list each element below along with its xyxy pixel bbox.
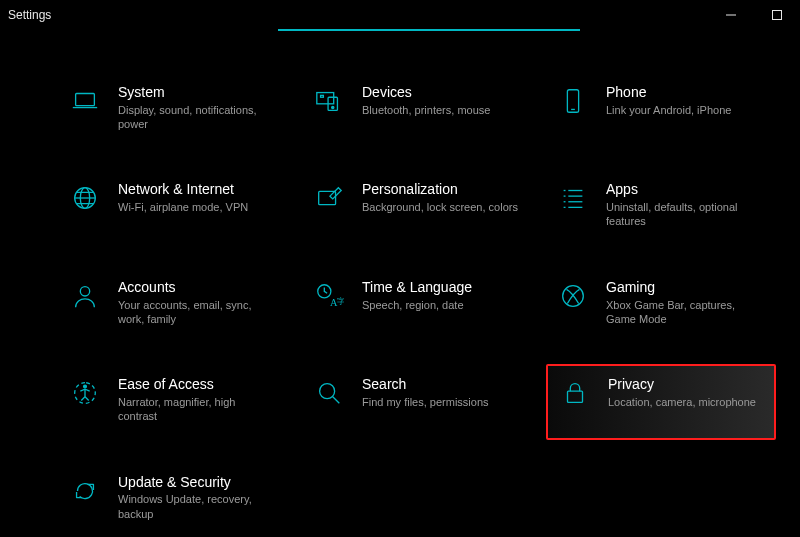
minimize-button[interactable]	[708, 0, 754, 30]
category-accounts[interactable]: Accounts Your accounts, email, sync, wor…	[62, 273, 284, 334]
category-system[interactable]: System Display, sound, notifications, po…	[62, 78, 284, 139]
devices-icon	[312, 84, 346, 118]
category-desc: Your accounts, email, sync, work, family	[118, 298, 276, 327]
category-desc: Wi-Fi, airplane mode, VPN	[118, 200, 248, 214]
category-text: Update & Security Windows Update, recove…	[118, 474, 276, 521]
category-text: Phone Link your Android, iPhone	[606, 84, 731, 117]
category-search[interactable]: Search Find my files, permissions	[306, 370, 528, 431]
minimize-icon	[726, 10, 736, 20]
ease-icon	[68, 376, 102, 410]
category-text: Search Find my files, permissions	[362, 376, 489, 409]
category-desc: Display, sound, notifications, power	[118, 103, 276, 132]
category-desc: Location, camera, microphone	[608, 395, 756, 409]
category-title: Gaming	[606, 279, 764, 296]
category-ease-of-access[interactable]: Ease of Access Narrator, magnifier, high…	[62, 370, 284, 431]
person-icon	[68, 279, 102, 313]
window-title: Settings	[8, 8, 51, 22]
svg-point-20	[80, 286, 89, 295]
paint-icon	[312, 181, 346, 215]
title-bar: Settings	[0, 0, 800, 30]
category-apps[interactable]: Apps Uninstall, defaults, optional featu…	[550, 175, 772, 236]
svg-rect-0	[773, 11, 782, 20]
svg-rect-5	[321, 95, 324, 97]
category-text: Personalization Background, lock screen,…	[362, 181, 518, 214]
category-title: Ease of Access	[118, 376, 276, 393]
category-text: Time & Language Speech, region, date	[362, 279, 472, 312]
laptop-icon	[68, 84, 102, 118]
category-text: System Display, sound, notifications, po…	[118, 84, 276, 131]
category-title: Update & Security	[118, 474, 276, 491]
svg-point-26	[320, 384, 335, 399]
category-desc: Speech, region, date	[362, 298, 472, 312]
category-title: Search	[362, 376, 489, 393]
window-controls	[708, 0, 800, 30]
category-text: Apps Uninstall, defaults, optional featu…	[606, 181, 764, 228]
category-personalization[interactable]: Personalization Background, lock screen,…	[306, 175, 528, 236]
category-text: Ease of Access Narrator, magnifier, high…	[118, 376, 276, 423]
category-phone[interactable]: Phone Link your Android, iPhone	[550, 78, 772, 139]
category-title: System	[118, 84, 276, 101]
category-title: Personalization	[362, 181, 518, 198]
category-text: Gaming Xbox Game Bar, captures, Game Mod…	[606, 279, 764, 326]
category-desc: Narrator, magnifier, high contrast	[118, 395, 276, 424]
category-network[interactable]: Network & Internet Wi-Fi, airplane mode,…	[62, 175, 284, 236]
category-gaming[interactable]: Gaming Xbox Game Bar, captures, Game Mod…	[550, 273, 772, 334]
category-title: Accounts	[118, 279, 276, 296]
xbox-icon	[556, 279, 590, 313]
category-title: Time & Language	[362, 279, 472, 296]
globe-icon	[68, 181, 102, 215]
maximize-button[interactable]	[754, 0, 800, 30]
category-text: Accounts Your accounts, email, sync, wor…	[118, 279, 276, 326]
settings-categories: System Display, sound, notifications, po…	[62, 78, 782, 529]
category-title: Apps	[606, 181, 764, 198]
category-desc: Xbox Game Bar, captures, Game Mode	[606, 298, 764, 327]
category-title: Network & Internet	[118, 181, 248, 198]
category-desc: Bluetooth, printers, mouse	[362, 103, 490, 117]
phone-icon	[556, 84, 590, 118]
maximize-icon	[772, 10, 782, 20]
time-lang-icon: A字	[312, 279, 346, 313]
apps-icon	[556, 181, 590, 215]
lock-icon	[558, 376, 592, 410]
category-desc: Uninstall, defaults, optional features	[606, 200, 764, 229]
category-title: Phone	[606, 84, 731, 101]
search-input-underline[interactable]	[278, 29, 580, 31]
svg-point-4	[332, 106, 334, 108]
category-text: Devices Bluetooth, printers, mouse	[362, 84, 490, 117]
category-title: Privacy	[608, 376, 756, 393]
svg-rect-2	[317, 93, 334, 104]
svg-rect-1	[76, 94, 95, 106]
category-update-security[interactable]: Update & Security Windows Update, recove…	[62, 468, 284, 529]
update-icon	[68, 474, 102, 508]
svg-point-25	[84, 385, 87, 388]
category-devices[interactable]: Devices Bluetooth, printers, mouse	[306, 78, 528, 139]
search-icon	[312, 376, 346, 410]
svg-line-27	[333, 397, 340, 404]
category-desc: Background, lock screen, colors	[362, 200, 518, 214]
category-privacy[interactable]: Privacy Location, camera, microphone	[546, 364, 776, 439]
category-text: Network & Internet Wi-Fi, airplane mode,…	[118, 181, 248, 214]
category-time-language[interactable]: A字 Time & Language Speech, region, date	[306, 273, 528, 334]
svg-rect-28	[568, 391, 583, 402]
category-desc: Find my files, permissions	[362, 395, 489, 409]
category-text: Privacy Location, camera, microphone	[608, 376, 756, 409]
svg-text:字: 字	[337, 296, 345, 305]
category-desc: Link your Android, iPhone	[606, 103, 731, 117]
category-desc: Windows Update, recovery, backup	[118, 492, 276, 521]
category-title: Devices	[362, 84, 490, 101]
